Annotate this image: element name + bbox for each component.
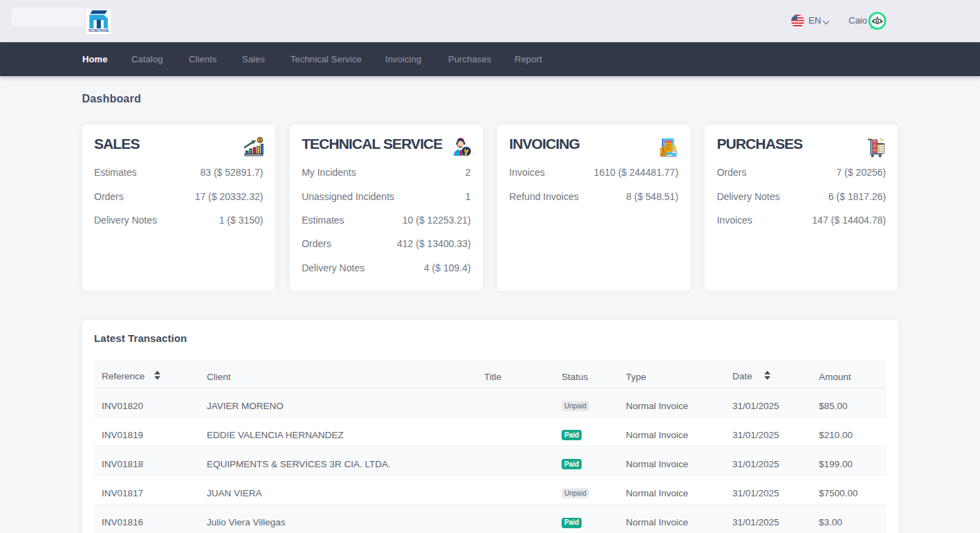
svg-text:$: $ xyxy=(259,138,261,143)
svg-text:TECNOTRADE: TECNOTRADE xyxy=(88,29,109,33)
